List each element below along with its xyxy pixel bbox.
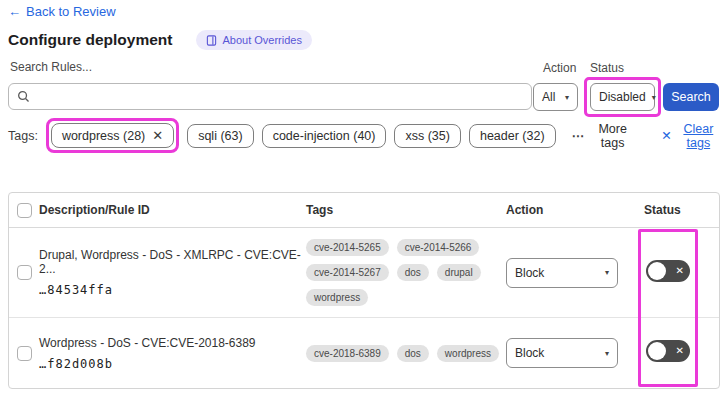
row-checkbox-cell [9, 346, 39, 361]
title-row: Configure deployment About Overrides [8, 30, 312, 50]
rule-id: …84534ffa [39, 283, 306, 297]
tag-filter-pill[interactable]: header (32) [469, 124, 556, 148]
column-header-description: Description/Rule ID [39, 203, 306, 217]
back-arrow-icon: ← [8, 4, 21, 19]
column-header-tags: Tags [306, 203, 506, 217]
about-overrides-badge[interactable]: About Overrides [196, 30, 311, 50]
row-checkbox[interactable] [17, 265, 32, 280]
tag-chip: cve-2014-5267 [306, 264, 389, 281]
column-header-status: Status [644, 203, 719, 217]
back-to-review-link[interactable]: ←Back to Review [8, 4, 116, 19]
search-rules-box[interactable] [8, 83, 532, 110]
action-filter-value: All [542, 90, 555, 104]
clear-tags-label: Clear tags [677, 122, 720, 150]
action-cell: Block▾ [506, 338, 644, 368]
description-cell: Wordpress - DoS - CVE:CVE-2018-6389…f82d… [39, 336, 306, 371]
chevron-down-icon: ▾ [565, 93, 569, 102]
select-all-checkbox[interactable] [17, 203, 32, 218]
status-toggle[interactable]: ✕ [646, 260, 690, 282]
search-rules-input[interactable] [36, 90, 523, 104]
tag-filter-wordpress[interactable]: wordpress (28) ✕ [51, 123, 174, 148]
tag-chip: cve-2014-5266 [397, 239, 480, 256]
back-link-label: Back to Review [26, 4, 116, 19]
tag-chip: cve-2018-6389 [306, 345, 389, 362]
header-checkbox-cell [9, 203, 39, 218]
toggle-off-x-icon: ✕ [676, 266, 684, 276]
selected-tag-annotation-highlight: wordpress (28) ✕ [46, 118, 179, 153]
table-row: Drupal, Wordpress - DoS - XMLRPC - CVE:C… [9, 228, 719, 318]
rule-description: Drupal, Wordpress - DoS - XMLRPC - CVE:C… [39, 248, 306, 276]
status-toggle[interactable]: ✕ [646, 340, 690, 362]
toggle-knob [648, 262, 666, 280]
rule-id: …f82d008b [39, 357, 306, 371]
toggle-off-x-icon: ✕ [676, 346, 684, 356]
tag-chip: drupal [437, 264, 481, 281]
chevron-down-icon: ▾ [605, 349, 609, 358]
tag-chip: cve-2014-5265 [306, 239, 389, 256]
more-tags-button[interactable]: ⋯More tags [572, 122, 634, 150]
description-cell: Drupal, Wordpress - DoS - XMLRPC - CVE:C… [39, 248, 306, 297]
tag-filter-pill[interactable]: code-injection (40) [262, 124, 387, 148]
ellipsis-icon: ⋯ [572, 128, 586, 143]
action-dropdown[interactable]: Block▾ [506, 338, 618, 368]
chevron-down-icon: ▾ [605, 268, 609, 277]
action-value: Block [515, 266, 544, 280]
tag-filter-pill[interactable]: sqli (63) [187, 124, 253, 148]
page-title: Configure deployment [8, 31, 172, 49]
column-header-action: Action [506, 203, 644, 217]
status-filter-label: Status [590, 61, 624, 75]
toggle-knob [648, 342, 666, 360]
tags-label: Tags: [8, 129, 38, 143]
search-rules-label: Search Rules... [10, 60, 92, 74]
tag-chip: dos [397, 345, 429, 362]
search-button[interactable]: Search [663, 83, 719, 111]
action-cell: Block▾ [506, 258, 644, 288]
remove-tag-icon[interactable]: ✕ [152, 128, 163, 143]
table-body: Drupal, Wordpress - DoS - XMLRPC - CVE:C… [9, 228, 719, 388]
clear-tags-icon: ✕ [661, 128, 671, 143]
table-header-row: Description/Rule ID Tags Action Status [9, 193, 719, 228]
tag-chip: dos [397, 264, 429, 281]
rule-description: Wordpress - DoS - CVE:CVE-2018-6389 [39, 336, 306, 350]
status-filter-value: Disabled [599, 90, 646, 104]
tag-filter-pill[interactable]: xss (35) [394, 124, 460, 148]
tag-chip: wordpress [306, 289, 368, 306]
search-icon [17, 90, 30, 103]
tag-filter-label: wordpress (28) [62, 129, 145, 143]
action-filter-label: Action [543, 61, 576, 75]
tags-cell: cve-2018-6389doswordpress [306, 345, 506, 362]
table-row: Wordpress - DoS - CVE:CVE-2018-6389…f82d… [9, 318, 719, 388]
row-checkbox[interactable] [17, 346, 32, 361]
action-dropdown[interactable]: Block▾ [506, 258, 618, 288]
status-filter-annotation-highlight: Disabled▾ [584, 77, 661, 117]
more-tags-label: More tags [592, 122, 633, 150]
status-cell: ✕ [644, 340, 719, 366]
about-overrides-label: About Overrides [222, 34, 301, 46]
configure-deployment-page: ←Back to Review Configure deployment Abo… [0, 0, 725, 406]
clear-tags-button[interactable]: ✕Clear tags [661, 122, 720, 150]
chevron-down-icon: ▾ [652, 93, 656, 102]
tag-chip: wordpress [437, 345, 499, 362]
tags-cell: cve-2014-5265cve-2014-5266cve-2014-5267d… [306, 239, 506, 306]
tags-filter-bar: Tags: wordpress (28) ✕ sqli (63)code-inj… [8, 118, 720, 153]
book-icon [206, 35, 217, 46]
status-filter-dropdown[interactable]: Disabled▾ [590, 83, 655, 111]
status-cell: ✕ [644, 260, 719, 286]
action-value: Block [515, 346, 544, 360]
action-filter-dropdown[interactable]: All▾ [533, 83, 578, 111]
rules-table: Description/Rule ID Tags Action Status D… [8, 192, 720, 389]
row-checkbox-cell [9, 265, 39, 280]
